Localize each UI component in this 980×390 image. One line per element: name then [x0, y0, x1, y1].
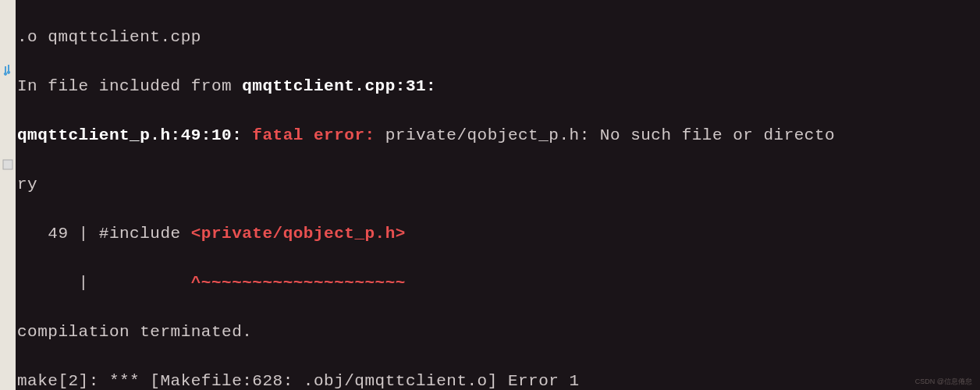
source-file: qmqttclient.cpp:31: [242, 77, 436, 95]
document-icon [2, 158, 14, 171]
make-error: make[2]: *** [Makefile:628: .obj/qmqttcl… [17, 372, 580, 390]
error-highlight: <private/qobject_p.h> [191, 225, 406, 243]
code-context: 49 | #include [17, 225, 191, 243]
fatal-error-label: fatal error: [252, 126, 385, 144]
error-message-cont: ry [17, 176, 37, 193]
ide-gutter-sidebar [0, 0, 16, 390]
audio-file-icon [2, 63, 14, 76]
error-underline: ^~~~~~~~~~~~~~~~~~~~~ [191, 274, 406, 292]
output-text: In file included from [17, 77, 242, 95]
terminal-output: .o qmqttclient.cpp In file included from… [16, 0, 836, 390]
error-message: private/qobject_p.h: No such file or dir… [385, 126, 836, 144]
output-text: .o qmqttclient.cpp [17, 28, 201, 46]
watermark-text: CSDN @信息倦怠 [915, 377, 972, 388]
caret-spacing: | [17, 274, 191, 292]
svg-rect-0 [3, 160, 12, 169]
compilation-status: compilation terminated. [17, 323, 252, 341]
error-location: qmqttclient_p.h:49:10: [17, 126, 252, 144]
